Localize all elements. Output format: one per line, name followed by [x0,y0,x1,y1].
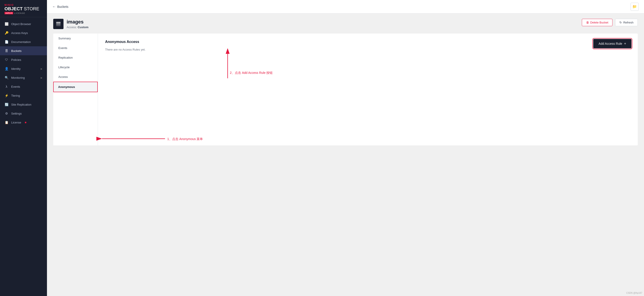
folder-icon: 📁 [632,5,637,9]
sub-sidebar: Summary Events Replication Lifecycle Acc… [53,34,98,145]
sidebar-label-access-keys: Access Keys [11,31,28,35]
back-arrow-icon: ← [52,5,56,9]
sidebar-item-site-replication[interactable]: 🔄 Site Replication [0,100,47,109]
agpl-badge: AGPLV3 [4,12,13,14]
object-browser-icon: ⬜ [4,22,8,26]
sidebar-nav: ⬜ Object Browser 🔑 Access Keys 📄 Documen… [0,17,47,296]
monitoring-icon: 🔍 [4,76,8,80]
sidebar-logo: MINIO OBJECT STORE AGPLV3 LICENSE [0,0,47,17]
bucket-access: Access: Custom [67,26,88,29]
license-label: LICENSE [14,12,25,14]
bucket-header: images Access: Custom 🗑 Delete Bucket ↻ … [53,19,638,29]
svg-rect-1 [56,23,60,24]
sidebar-label-documentation: Documentation [11,40,31,44]
topbar-actions: 📁 [630,3,639,11]
sidebar-item-monitoring[interactable]: 🔍 Monitoring ▶ [0,73,47,82]
folder-button[interactable]: 📁 [630,3,639,11]
sidebar-item-tiering[interactable]: ⚡ Tiering [0,91,47,100]
svg-rect-3 [56,26,60,26]
delete-bucket-button[interactable]: 🗑 Delete Bucket [582,19,613,26]
monitoring-chevron-icon: ▶ [41,77,42,79]
settings-icon: ⚙ [4,111,8,115]
anonymous-panel: Anonymous Access There are no Access Rul… [98,34,638,145]
bucket-action-buttons: 🗑 Delete Bucket ↻ Refresh [582,19,638,26]
panel-title: Anonymous Access [105,40,630,44]
sidebar-item-access-keys[interactable]: 🔑 Access Keys [0,29,47,37]
add-rule-label: Add Access Rule [598,42,622,46]
license-badge-row: AGPLV3 LICENSE [4,12,42,14]
add-access-rule-button[interactable]: Add Access Rule + [593,39,632,48]
site-replication-icon: 🔄 [4,103,8,107]
bucket-name: images [67,19,88,25]
svg-rect-0 [56,22,60,23]
sidebar-label-policies: Policies [11,58,21,62]
sidebar-label-object-browser: Object Browser [11,22,31,26]
tiering-icon: ⚡ [4,94,8,98]
brand-label: MINIO [4,4,42,6]
inner-layout: Summary Events Replication Lifecycle Acc… [53,34,638,145]
back-link[interactable]: ← Buckets [52,5,68,9]
sidebar-item-object-browser[interactable]: ⬜ Object Browser [0,20,47,29]
license-dot [25,122,26,123]
sidebar: MINIO OBJECT STORE AGPLV3 LICENSE ⬜ Obje… [0,0,47,296]
sidebar-item-license[interactable]: 📋 License [0,118,47,127]
back-link-label: Buckets [57,5,68,9]
sidebar-label-tiering: Tiering [11,94,20,97]
sidebar-item-policies[interactable]: 🛡 Policies [0,55,47,64]
buckets-icon: 🗄 [4,49,8,53]
sub-nav-access[interactable]: Access [53,72,98,82]
page-content: images Access: Custom 🗑 Delete Bucket ↻ … [47,14,644,296]
sub-nav-lifecycle[interactable]: Lifecycle [53,62,98,72]
sidebar-label-site-replication: Site Replication [11,103,31,106]
watermark: CSDN @lhp187 [626,292,642,294]
sidebar-label-events: Events [11,85,20,88]
sidebar-label-buckets: Buckets [11,49,22,53]
svg-text:2、点击 Add Access Rule 按钮: 2、点击 Add Access Rule 按钮 [230,71,272,75]
topbar: ← Buckets 📁 [47,0,644,14]
sub-nav-replication[interactable]: Replication [53,53,98,62]
delete-icon: 🗑 [586,21,589,24]
svg-rect-2 [56,24,60,25]
sidebar-item-buckets[interactable]: 🗄 Buckets [0,46,47,55]
identity-icon: 👤 [4,67,8,71]
app-title: OBJECT STORE [4,6,42,11]
main-area: ← Buckets 📁 images [47,0,644,296]
sub-nav-anonymous[interactable]: Anonymous [53,82,98,92]
identity-chevron-icon: ▶ [41,68,42,70]
bucket-name-group: images Access: Custom [67,19,88,29]
sidebar-item-events[interactable]: λ Events [0,82,47,91]
refresh-icon: ↻ [620,21,622,24]
bucket-icon [53,19,64,29]
access-keys-icon: 🔑 [4,31,8,35]
sub-nav-summary[interactable]: Summary [53,34,98,43]
documentation-icon: 📄 [4,40,8,44]
empty-state-text: There are no Access Rules yet. [105,48,630,51]
sidebar-label-license: License [11,121,21,124]
sidebar-label-settings: Settings [11,112,22,115]
policies-icon: 🛡 [4,58,8,62]
events-icon: λ [4,85,8,89]
sidebar-item-documentation[interactable]: 📄 Documentation [0,37,47,46]
sidebar-label-monitoring: Monitoring [11,76,25,79]
sidebar-item-settings[interactable]: ⚙ Settings [0,109,47,118]
refresh-button[interactable]: ↻ Refresh [615,19,638,26]
sidebar-item-identity[interactable]: 👤 Identity ▶ [0,64,47,73]
plus-icon: + [624,42,626,46]
sub-nav-events[interactable]: Events [53,43,98,53]
bucket-info: images Access: Custom [53,19,88,29]
license-icon: 📋 [4,120,8,124]
sidebar-label-identity: Identity [11,67,20,71]
